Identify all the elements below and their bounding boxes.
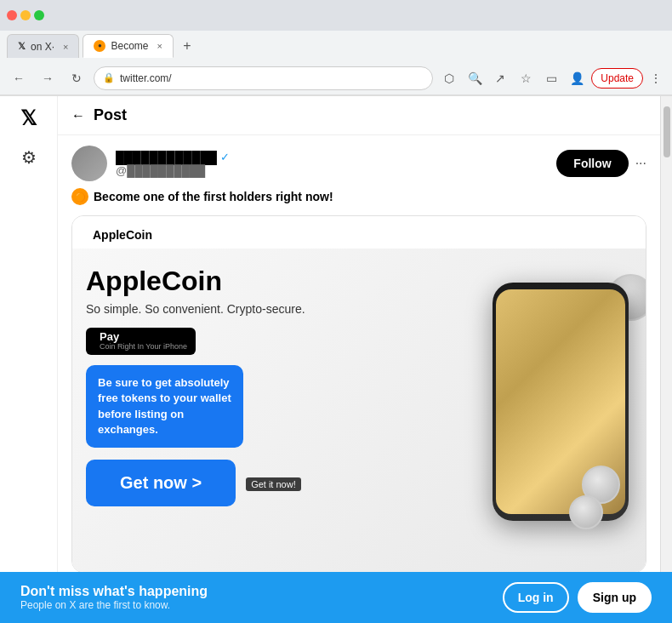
nav-bar: ← → ↻ 🔒 twitter.com/ ⬡ 🔍 ↗ ☆ ▭ 👤 Update … (0, 61, 672, 95)
tab-bar: 𝕏 on X· × ● Become × + (0, 31, 672, 61)
settings-icon[interactable]: ⚙ (21, 147, 37, 168)
apple-coin-label: AppleCoin (93, 228, 152, 242)
bottom-left: Don't miss what's happening People on X … (20, 584, 208, 611)
author-name: ████████████ (116, 151, 217, 164)
follow-button[interactable]: Follow (556, 150, 628, 177)
back-button[interactable]: ← (7, 66, 31, 90)
tweet-content: Become one of the first holders right no… (94, 190, 333, 203)
tab-2-close[interactable]: × (157, 41, 162, 51)
ad-hero: AppleCoin So simple. So convenient. Cryp… (72, 249, 646, 572)
get-now-button[interactable]: Get now > (86, 460, 236, 506)
bottom-actions: Log in Sign up (503, 582, 652, 613)
bottom-title: Don't miss what's happening (20, 584, 208, 599)
promo-bubble: Be sure to get absolutely free tokens to… (86, 365, 243, 448)
close-button[interactable] (7, 10, 17, 20)
ad-card: AppleCoin AppleCoin So simple. So conven… (71, 215, 646, 573)
scrollbar[interactable] (660, 96, 672, 623)
author-handle: @██████████ (116, 164, 230, 177)
browser-chrome: 𝕏 on X· × ● Become × + ← → ↻ 🔒 twitter.c… (0, 0, 672, 96)
back-arrow-icon[interactable]: ← (71, 108, 85, 123)
cast-icon[interactable]: ⬡ (438, 67, 460, 89)
post-title: Post (94, 106, 127, 124)
x-logo-icon: 𝕏 (18, 41, 26, 52)
post-header: ← Post (58, 96, 660, 135)
bottom-bar: Don't miss what's happening People on X … (0, 572, 672, 623)
scrollbar-thumb[interactable] (663, 106, 670, 157)
apple-pay-sublabel: Coin Right In Your iPhone (100, 343, 187, 352)
tab-2-label: Become (111, 40, 148, 52)
tab-2[interactable]: ● Become × (83, 34, 173, 58)
minimize-button[interactable] (20, 10, 31, 20)
page-content: 𝕏 ⚙ ← Post ████████████ ✓ (0, 96, 672, 623)
tweet-author: ████████████ ✓ @██████████ Follow ··· (71, 146, 646, 181)
nav-actions: ⬡ 🔍 ↗ ☆ ▭ 👤 Update ⋮ (438, 67, 665, 89)
address-bar[interactable]: 🔒 twitter.com/ (94, 66, 433, 90)
more-options-button[interactable]: ··· (635, 156, 646, 171)
main-content: ← Post ████████████ ✓ @██████████ (58, 96, 660, 623)
x-brand-logo[interactable]: 𝕏 (20, 106, 37, 130)
forward-button[interactable]: → (36, 66, 60, 90)
author-left: ████████████ ✓ @██████████ (71, 146, 230, 181)
title-bar (0, 0, 672, 31)
tab-1-close[interactable]: × (63, 42, 68, 52)
verified-badge-icon: ✓ (220, 151, 230, 163)
lock-icon: 🔒 (103, 72, 115, 83)
orange-circle-icon: 🟠 (71, 188, 88, 205)
window-controls (7, 10, 44, 20)
author-info: ████████████ ✓ @██████████ (116, 151, 230, 177)
tab-1[interactable]: 𝕏 on X· × (7, 34, 79, 58)
author-actions: Follow ··· (556, 150, 646, 177)
address-text: twitter.com/ (120, 72, 424, 84)
bottom-subtitle: People on X are the first to know. (20, 599, 208, 611)
tablet-icon[interactable]: ▭ (540, 67, 562, 89)
apple-pay-badge: Pay Coin Right In Your iPhone (86, 328, 196, 355)
ad-inner: AppleCoin AppleCoin So simple. So conven… (72, 216, 646, 572)
tweet-text: 🟠 Become one of the first holders right … (71, 188, 646, 205)
update-button[interactable]: Update (591, 68, 643, 89)
profile-icon[interactable]: 👤 (566, 67, 588, 89)
tweet-container: ████████████ ✓ @██████████ Follow ··· 🟠 … (58, 135, 660, 615)
login-button[interactable]: Log in (503, 582, 569, 613)
signup-button[interactable]: Sign up (578, 582, 652, 613)
twitter-sidebar: 𝕏 ⚙ (0, 96, 58, 623)
avatar (71, 146, 107, 181)
search-icon[interactable]: 🔍 (464, 67, 486, 89)
apple-pay-label: Pay Coin Right In Your iPhone (100, 331, 187, 352)
author-name-row: ████████████ ✓ (116, 151, 230, 164)
tab-1-label: on X· (31, 41, 54, 53)
avatar-image (71, 146, 107, 181)
share-icon[interactable]: ↗ (489, 67, 511, 89)
ad-top: AppleCoin (72, 216, 646, 249)
maximize-button[interactable] (34, 10, 44, 20)
new-tab-button[interactable]: + (177, 36, 197, 56)
menu-button[interactable]: ⋮ (646, 68, 665, 89)
get-it-now-tooltip: Get it now! (246, 477, 301, 491)
refresh-button[interactable]: ↻ (65, 66, 88, 90)
tab-2-favicon: ● (94, 40, 105, 52)
bookmark-icon[interactable]: ☆ (515, 67, 537, 89)
